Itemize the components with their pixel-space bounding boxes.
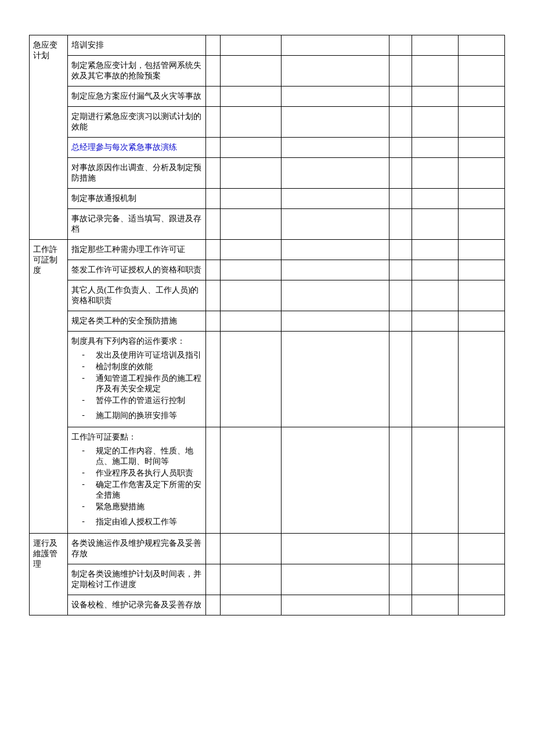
empty-cell bbox=[458, 311, 504, 332]
empty-cell bbox=[205, 35, 220, 56]
description-text: 定期进行紧急应变演习以测试计划的效能 bbox=[71, 112, 201, 131]
empty-cell bbox=[389, 87, 412, 107]
description-text: 制定应急方案应付漏气及火灾等事故 bbox=[71, 92, 201, 100]
table-row: 急应变计划培训安排 bbox=[30, 35, 505, 56]
empty-cell bbox=[220, 427, 281, 534]
category-cell: 急应变计划 bbox=[30, 35, 68, 240]
description-cell: 总经理參与每次紧急事故演练 bbox=[68, 138, 206, 158]
bullet-item: 规定的工作内容、性质、地点、施工期、时间等 bbox=[90, 446, 202, 467]
description-text: 设备校检、维护记录完备及妥善存放 bbox=[71, 600, 201, 609]
table-row: 定期进行紧急应变演习以测试计划的效能 bbox=[30, 107, 505, 138]
empty-cell bbox=[220, 209, 281, 240]
bullet-list: 发出及使用许可证培训及指引檢討制度的效能通知管道工程操作员的施工程序及有关安全规… bbox=[71, 350, 202, 421]
description-cell: 签发工作许可证授权人的资格和职责 bbox=[68, 260, 206, 280]
bullet-item: 緊急應變措施 bbox=[90, 502, 202, 512]
empty-cell bbox=[282, 56, 389, 87]
description-cell: 指定那些工种需办理工作许可证 bbox=[68, 240, 206, 260]
empty-cell bbox=[282, 427, 389, 534]
description-text: 培训安排 bbox=[71, 41, 104, 49]
empty-cell bbox=[205, 427, 220, 534]
table-row: 運行及維護管理各类设施运作及维护规程完备及妥善存放 bbox=[30, 534, 505, 564]
empty-cell bbox=[282, 158, 389, 189]
empty-cell bbox=[458, 107, 504, 138]
bullet-item: 指定由谁人授权工作等 bbox=[90, 517, 202, 527]
empty-cell bbox=[220, 138, 281, 158]
empty-cell bbox=[220, 56, 281, 87]
empty-cell bbox=[458, 35, 504, 56]
empty-cell bbox=[458, 240, 504, 260]
empty-cell bbox=[220, 35, 281, 56]
empty-cell bbox=[389, 332, 412, 427]
table-row: 制定紧急应变计划，包括管网系统失效及其它事故的抢险预案 bbox=[30, 56, 505, 87]
empty-cell bbox=[458, 209, 504, 240]
empty-cell bbox=[220, 595, 281, 615]
table-row: 事故记录完备、适当填写、跟进及存档 bbox=[30, 209, 505, 240]
empty-cell bbox=[282, 189, 389, 209]
empty-cell bbox=[458, 332, 504, 427]
empty-cell bbox=[412, 332, 458, 427]
table-row: 设备校检、维护记录完备及妥善存放 bbox=[30, 595, 505, 615]
empty-cell bbox=[389, 564, 412, 595]
table-row: 制定各类设施维护计划及时间表，并定期检讨工作进度 bbox=[30, 564, 505, 595]
bullet-item: 作业程序及各执行人员职责 bbox=[90, 468, 202, 478]
empty-cell bbox=[205, 209, 220, 240]
empty-cell bbox=[412, 87, 458, 107]
description-cell: 工作許可証要點：规定的工作内容、性质、地点、施工期、时间等作业程序及各执行人员职… bbox=[68, 427, 206, 534]
empty-cell bbox=[412, 260, 458, 280]
table-row: 制定事故通报机制 bbox=[30, 189, 505, 209]
empty-cell bbox=[282, 87, 389, 107]
table-row: 对事故原因作出调查、分析及制定预防措施 bbox=[30, 158, 505, 189]
empty-cell bbox=[205, 311, 220, 332]
empty-cell bbox=[412, 209, 458, 240]
table-row: 工作許可証制度指定那些工种需办理工作许可证 bbox=[30, 240, 505, 260]
description-cell: 制定各类设施维护计划及时间表，并定期检讨工作进度 bbox=[68, 564, 206, 595]
table-row: 制度具有下列内容的运作要求：发出及使用许可证培训及指引檢討制度的效能通知管道工程… bbox=[30, 332, 505, 427]
empty-cell bbox=[389, 260, 412, 280]
empty-cell bbox=[412, 534, 458, 564]
empty-cell bbox=[412, 427, 458, 534]
description-text: 制定各类设施维护计划及时间表，并定期检讨工作进度 bbox=[71, 570, 201, 589]
description-cell: 制定应急方案应付漏气及火灾等事故 bbox=[68, 87, 206, 107]
empty-cell bbox=[205, 534, 220, 564]
empty-cell bbox=[220, 240, 281, 260]
category-cell: 運行及維護管理 bbox=[30, 534, 68, 615]
description-text: 制定事故通报机制 bbox=[71, 194, 136, 203]
description-text: 事故记录完备、适当填写、跟进及存档 bbox=[71, 214, 201, 233]
empty-cell bbox=[389, 107, 412, 138]
description-cell: 培训安排 bbox=[68, 35, 206, 56]
empty-cell bbox=[282, 595, 389, 615]
empty-cell bbox=[205, 280, 220, 311]
table-row: 总经理參与每次紧急事故演练 bbox=[30, 138, 505, 158]
empty-cell bbox=[389, 280, 412, 311]
empty-cell bbox=[205, 158, 220, 189]
description-text: 对事故原因作出调查、分析及制定预防措施 bbox=[71, 163, 201, 182]
empty-cell bbox=[389, 189, 412, 209]
table-row: 制定应急方案应付漏气及火灾等事故 bbox=[30, 87, 505, 107]
empty-cell bbox=[389, 427, 412, 534]
empty-cell bbox=[412, 138, 458, 158]
empty-cell bbox=[412, 107, 458, 138]
table-row: 其它人员(工作负责人、工作人员)的资格和职责 bbox=[30, 280, 505, 311]
description-cell: 对事故原因作出调查、分析及制定预防措施 bbox=[68, 158, 206, 189]
description-text: 制度具有下列内容的运作要求： bbox=[71, 337, 185, 345]
bullet-item: 施工期间的换班安排等 bbox=[90, 411, 202, 421]
empty-cell bbox=[458, 138, 504, 158]
empty-cell bbox=[205, 332, 220, 427]
empty-cell bbox=[412, 595, 458, 615]
empty-cell bbox=[282, 260, 389, 280]
empty-cell bbox=[220, 332, 281, 427]
empty-cell bbox=[282, 35, 389, 56]
empty-cell bbox=[282, 564, 389, 595]
empty-cell bbox=[205, 87, 220, 107]
empty-cell bbox=[389, 240, 412, 260]
empty-cell bbox=[220, 564, 281, 595]
empty-cell bbox=[205, 240, 220, 260]
empty-cell bbox=[389, 209, 412, 240]
description-text: 规定各类工种的安全预防措施 bbox=[71, 316, 177, 325]
table-row: 签发工作许可证授权人的资格和职责 bbox=[30, 260, 505, 280]
bullet-item: 暂停工作的管道运行控制 bbox=[90, 395, 202, 406]
empty-cell bbox=[220, 280, 281, 311]
empty-cell bbox=[458, 534, 504, 564]
empty-cell bbox=[282, 311, 389, 332]
empty-cell bbox=[412, 311, 458, 332]
